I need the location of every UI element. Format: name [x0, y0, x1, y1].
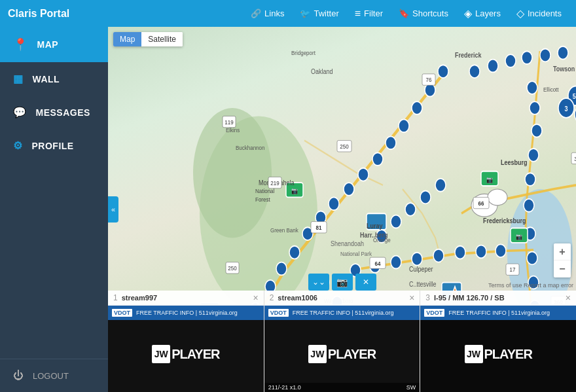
svg-text:250: 250	[228, 264, 236, 272]
svg-point-21	[527, 81, 537, 94]
card-1-close-button[interactable]: ×	[253, 293, 258, 302]
nav-filter[interactable]: ≡ Filter	[348, 5, 389, 22]
vdot-text-3: FREE TRAFFIC INFO | 511virginia.org	[448, 310, 550, 316]
jwplayer-text-3: PLAYER	[484, 347, 532, 362]
links-icon: 🔗	[251, 9, 261, 18]
svg-point-13	[344, 183, 354, 196]
video-card-2-header: 2 stream1006 ×	[264, 291, 420, 306]
vdot-logo-3: VDOT	[424, 309, 444, 317]
svg-point-12	[329, 197, 339, 210]
vdot-text-2: FREE TRAFFIC INFO | 511virginia.org	[293, 310, 394, 316]
svg-text:National Park: National Park	[340, 250, 372, 257]
svg-text:Leesburg: Leesburg	[501, 158, 527, 166]
svg-point-22	[530, 101, 540, 115]
panel-close-button[interactable]: ✕	[355, 274, 376, 291]
svg-text:17: 17	[510, 266, 516, 274]
svg-text:Buckhannon: Buckhannon	[236, 145, 264, 152]
svg-text:Forest: Forest	[255, 196, 270, 203]
video-thumb-3[interactable]: VDOT FREE TRAFFIC INFO | 511virginia.org…	[420, 306, 576, 392]
svg-point-20	[438, 65, 448, 78]
svg-point-18	[412, 101, 422, 115]
video-card-3: 3 I-95 / MM 126.70 / SB × VDOT FREE TRAF…	[420, 291, 576, 392]
vdot-logo-1: VDOT	[112, 309, 132, 317]
map-view-button[interactable]: Map	[113, 32, 141, 46]
zoom-controls: + −	[554, 243, 571, 277]
nav-shortcuts[interactable]: 🔖 Shortcuts	[392, 6, 455, 21]
svg-text:3: 3	[564, 105, 567, 113]
svg-text:📷: 📷	[291, 187, 298, 195]
nav-layers[interactable]: ◈ Layers	[458, 5, 507, 22]
collapse-icon: «	[111, 205, 115, 213]
svg-text:📷: 📷	[516, 232, 523, 241]
map-container[interactable]: 📷 📷 📷 5+ 3 4	[108, 27, 576, 392]
svg-point-9	[289, 246, 300, 259]
svg-text:Shenandoah: Shenandoah	[331, 240, 364, 247]
vdot-text-1: FREE TRAFFIC INFO | 511virginia.org	[136, 310, 238, 316]
svg-point-53	[405, 203, 416, 216]
nav-twitter[interactable]: 🐦 Twitter	[293, 6, 345, 21]
svg-text:119: 119	[225, 118, 233, 126]
svg-text:64: 64	[375, 260, 381, 267]
svg-text:5+: 5+	[573, 92, 576, 100]
profile-icon: ⚙	[13, 139, 23, 152]
video-status-bar-2: 211/-21 x1.0 SW	[264, 383, 420, 392]
nav-incidents[interactable]: ◇ Incidents	[510, 5, 568, 22]
sidebar-item-map[interactable]: 📍 MAP	[0, 27, 108, 62]
sidebar-item-profile[interactable]: ⚙ PROFILE	[0, 129, 108, 162]
card-2-number: 2	[270, 293, 274, 302]
video-card-3-header: 3 I-95 / MM 126.70 / SB ×	[420, 291, 576, 306]
panel-down-button[interactable]: ⌄⌄	[308, 274, 329, 291]
sidebar-item-wall[interactable]: ▦ WALL	[0, 62, 108, 96]
svg-text:Oakland: Oakland	[311, 67, 333, 75]
svg-text:📷: 📷	[486, 175, 494, 184]
layers-icon: ◈	[464, 7, 472, 20]
svg-point-73	[488, 189, 507, 205]
panel-camera-button[interactable]: 📷	[332, 274, 353, 291]
logout-icon: ⏻	[13, 370, 24, 382]
svg-text:Luray: Luray	[367, 222, 383, 230]
svg-point-16	[386, 136, 396, 149]
nav-links[interactable]: 🔗 Links	[244, 6, 291, 21]
messages-icon: 💬	[13, 106, 27, 118]
satellite-view-button[interactable]: Satellite	[141, 32, 183, 46]
svg-point-23	[531, 124, 542, 137]
filter-icon: ≡	[355, 8, 361, 20]
map-attribution: Terms of use Report a map error	[488, 282, 573, 289]
svg-point-39	[476, 245, 486, 258]
svg-point-35	[391, 256, 401, 269]
svg-point-24	[528, 149, 539, 162]
nav-items: 🔗 Links 🐦 Twitter ≡ Filter 🔖 Shortcuts ◈…	[244, 5, 568, 22]
card-2-close-button[interactable]: ×	[409, 293, 414, 302]
zoom-out-button[interactable]: −	[554, 260, 571, 277]
card-3-close-button[interactable]: ×	[566, 293, 571, 302]
svg-text:66: 66	[478, 200, 484, 207]
svg-text:Green Bank: Green Bank	[270, 226, 298, 234]
svg-text:Fredericksburg: Fredericksburg	[483, 217, 526, 224]
jwplayer-text-2: PLAYER	[328, 347, 376, 362]
zoom-in-button[interactable]: +	[554, 243, 571, 260]
svg-point-37	[433, 249, 444, 262]
svg-text:219: 219	[270, 179, 279, 187]
jwplayer-logo-3: JW PLAYER	[465, 345, 532, 363]
svg-point-25	[525, 173, 535, 186]
video-thumb-2[interactable]: VDOT FREE TRAFFIC INFO | 511virginia.org…	[264, 306, 420, 392]
svg-point-15	[372, 152, 383, 166]
svg-point-43	[505, 54, 516, 67]
wall-icon: ▦	[13, 73, 24, 85]
sidebar-collapse-handle[interactable]: «	[108, 196, 118, 223]
svg-point-17	[399, 119, 409, 132]
svg-point-46	[558, 46, 568, 60]
logout-button[interactable]: ⏻ LOGOUT	[0, 359, 108, 392]
svg-point-52	[391, 215, 401, 228]
svg-point-36	[412, 253, 422, 266]
sidebar-item-messages[interactable]: 💬 MESSAGES	[0, 96, 108, 129]
jwplayer-logo-1: JW PLAYER	[152, 345, 219, 363]
card-1-title: stream997	[122, 294, 251, 302]
video-thumb-1[interactable]: VDOT FREE TRAFFIC INFO | 511virginia.org…	[108, 306, 264, 392]
sidebar: 📍 MAP ▦ WALL 💬 MESSAGES ⚙ PROFILE ⏻ LOGO…	[0, 27, 108, 392]
panel-controls: ⌄⌄ 📷 ✕	[308, 274, 376, 291]
top-navigation: Claris Portal 🔗 Links 🐦 Twitter ≡ Filter…	[0, 0, 576, 27]
brand-logo: Claris Portal	[8, 8, 69, 20]
svg-point-28	[527, 251, 537, 264]
svg-text:Bridgeport: Bridgeport	[291, 50, 315, 57]
